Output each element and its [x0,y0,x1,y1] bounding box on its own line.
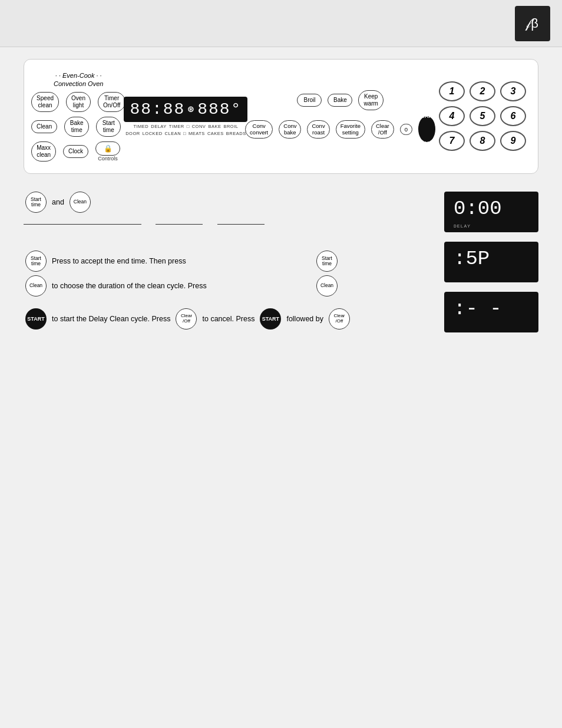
separator-lines [24,216,401,227]
step3-text: to choose the duration of the clean cycl… [52,282,311,290]
clear-off-btn-2[interactable]: Clear/Off [176,308,197,330]
center-buttons: Broil Bake Keepwarm Convconvert Convbake… [250,90,430,142]
display-example-2: :5P [444,242,538,282]
num-8-btn[interactable]: 8 [470,131,495,151]
maxx-clean-btn[interactable]: Maxxclean [31,141,56,162]
num-1-btn[interactable]: 1 [439,81,465,101]
display3-label [444,322,538,332]
start-btn-inline-2[interactable]: START [260,308,281,330]
keep-warm-btn[interactable]: Keepwarm [358,90,383,110]
num-6-btn[interactable]: 6 [500,106,526,126]
num-9-btn[interactable]: 9 [500,131,526,151]
speed-clean-btn[interactable]: Speedclean [31,92,59,112]
num-5-btn[interactable]: 5 [470,106,495,126]
lock-btn[interactable]: 🔒 [95,141,120,156]
controls-label: Controls [98,156,118,162]
display2-label [444,272,538,282]
row2: Clean Baketime Starttime [31,117,125,137]
display-example-3: :- - [444,292,538,332]
oven-light-btn[interactable]: Ovenlight [66,92,91,112]
logo: 𝒻β [515,6,550,41]
conv-convert-btn[interactable]: Convconvert [245,120,273,139]
clear-off-btn[interactable]: Clear/Off [371,120,394,139]
display-main-digits: 88:88 [130,100,185,118]
instructions-section: 0:00 DELAY :5P :- - Starttime and Clean [24,192,538,439]
even-cook-title: · · Even-Cook · · Convection Oven [54,71,103,88]
control-panel-diagram: · · Even-Cook · · Convection Oven Speedc… [24,59,538,174]
num-7-btn[interactable]: 7 [439,131,465,151]
row1: Speedclean Ovenlight TimerOn/Off [31,92,125,112]
zero-btn[interactable]: 0 [400,124,412,135]
start-btn-main[interactable]: START · · · · [418,116,435,142]
step4-text3: followed by [286,315,323,323]
display-indicators: TIMED DELAY TIMER □ CONV BAKE BROIL [133,124,238,129]
conv-roast-btn[interactable]: Convroast [307,120,329,139]
start-time-btn-panel[interactable]: Starttime [96,117,121,137]
start-time-btn-2[interactable]: Starttime [25,251,47,272]
header-bar: 𝒻β [0,0,562,47]
display2-content: :5P [444,242,538,272]
left-labels: · · Even-Cook · · Convection Oven Speedc… [36,71,121,162]
clear-off-btn-3[interactable]: Clear/Off [329,308,350,330]
display-indicators2: DOOR LOCKED CLEAN □ MEATS CAKES BREADS [125,131,246,136]
center-row2: Convconvert Convbake Convroast Favorites… [250,116,430,142]
start-time-inline-btn[interactable]: Starttime [25,192,47,213]
display-examples-col: 0:00 DELAY :5P :- - [444,192,538,332]
display-example-1: 0:00 DELAY [444,192,538,232]
number-pad: 1 2 3 4 5 6 7 8 9 [439,81,526,151]
left-button-col: Speedclean Ovenlight TimerOn/Off Clean B… [31,92,125,162]
num-2-btn[interactable]: 2 [470,81,495,101]
clock-btn[interactable]: Clock [63,145,88,158]
step1-and-text: and [52,198,64,206]
display1-label: DELAY [444,222,538,232]
step2-text: Press to accept the end time. Then press [52,257,311,265]
row3: Maxxclean Clock 🔒 Controls [31,141,125,162]
fan-icon: ⊛ [187,103,195,116]
step4-text1: to start the Delay Clean cycle. Press [52,315,170,323]
bake-time-btn[interactable]: Baketime [64,117,89,137]
bake-btn[interactable]: Bake [328,94,352,107]
timer-onoff-btn[interactable]: TimerOn/Off [98,92,125,112]
display-screen: 88:88 ⊛ 888° [124,97,247,122]
clean-btn-3[interactable]: Clean [316,275,338,297]
main-content: · · Even-Cook · · Convection Oven Speedc… [0,47,562,451]
clean-inline-btn[interactable]: Clean [70,192,91,213]
start-btn-inline[interactable]: START [25,308,47,330]
favorite-setting-btn[interactable]: Favoritesetting [336,120,365,139]
clean-btn-panel[interactable]: Clean [31,120,57,133]
num-3-btn[interactable]: 3 [500,81,526,101]
start-time-btn-3[interactable]: Starttime [316,251,338,272]
center-row1: Broil Bake Keepwarm [250,90,430,110]
conv-bake-btn[interactable]: Convbake [279,120,301,139]
broil-btn[interactable]: Broil [297,94,322,107]
display-section: 88:88 ⊛ 888° TIMED DELAY TIMER □ CONV BA… [130,97,242,136]
clean-btn-2[interactable]: Clean [25,275,47,297]
step4-text2: to cancel. Press [202,315,254,323]
display1-content: 0:00 [444,192,538,222]
display-temp-digits: 888° [197,100,242,118]
logo-text: 𝒻β [527,16,538,31]
display3-content: :- - [444,292,538,322]
num-4-btn[interactable]: 4 [439,106,465,126]
